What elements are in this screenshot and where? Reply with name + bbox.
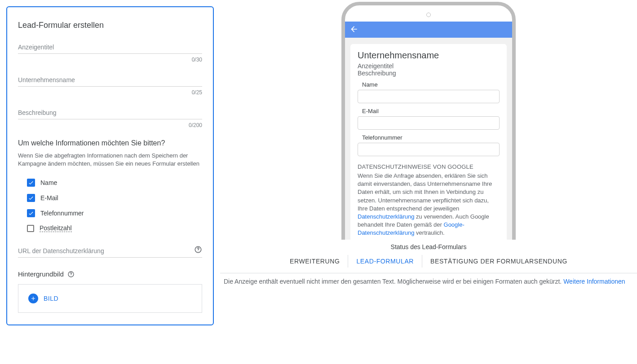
- help-icon[interactable]: [67, 271, 75, 278]
- background-heading: Hintergrundbild: [18, 270, 202, 278]
- unternehmensname-counter: 0/25: [18, 89, 202, 96]
- preview-appbar: [345, 22, 512, 38]
- upload-box: BILD: [18, 284, 202, 313]
- editor-panel: Lead-Formular erstellen 0/30 0/25 0/200: [0, 0, 214, 364]
- anzeigentitel-input[interactable]: [18, 41, 202, 54]
- preview-name-input[interactable]: [358, 90, 500, 103]
- upload-image-button[interactable]: BILD: [28, 294, 58, 303]
- checkbox-unchecked-icon: [27, 225, 34, 232]
- privacy-title: DATENSCHUTZHINWEISE VON GOOGLE: [358, 163, 500, 170]
- preview-form-card: Unternehmensname Anzeigentitel Beschreib…: [350, 44, 507, 240]
- preview-field-label: Telefonnummer: [362, 134, 500, 141]
- beschreibung-counter: 0/200: [18, 122, 202, 128]
- preview-field-label: Name: [362, 81, 500, 88]
- field-beschreibung: 0/200: [18, 106, 202, 128]
- field-unternehmensname: 0/25: [18, 74, 202, 96]
- privacy-link[interactable]: Datenschutzerklärung: [358, 213, 414, 220]
- check-label: Telefonnummer: [40, 210, 84, 217]
- phone-speaker-icon: [426, 13, 431, 17]
- info-subtext: Wenn Sie die abgefragten Informationen n…: [18, 152, 202, 168]
- tab-erweiterung[interactable]: ERWEITERUNG: [282, 255, 348, 268]
- status-tabs: ERWEITERUNG LEAD-FORMULAR BESTÄTIGUNG DE…: [220, 255, 637, 268]
- preview-beschreibung: Beschreibung: [358, 70, 500, 77]
- checkbox-checked-icon: [27, 209, 35, 217]
- field-anzeigentitel: 0/30: [18, 41, 202, 63]
- check-label: Postleitzahl: [40, 224, 72, 232]
- footnote: Die Anzeige enthält eventuell nicht imme…: [220, 273, 637, 285]
- checkbox-checked-icon: [27, 179, 35, 187]
- check-label: Name: [40, 179, 57, 186]
- preview-email-input[interactable]: [358, 116, 500, 130]
- check-zip[interactable]: Postleitzahl: [27, 221, 202, 236]
- check-name[interactable]: Name: [27, 175, 202, 190]
- anzeigentitel-counter: 0/30: [18, 57, 202, 63]
- more-info-link[interactable]: Weitere Informationen: [563, 278, 625, 285]
- info-checklist: Name E-Mail Telefonnummer Postleitzahl: [18, 175, 202, 236]
- status-label: Status des Lead-Formulars: [220, 243, 637, 250]
- info-heading: Um welche Informationen möchten Sie bitt…: [18, 139, 202, 147]
- tab-lead-formular[interactable]: LEAD-FORMULAR: [348, 255, 422, 268]
- tab-bestaetigung[interactable]: BESTÄTIGUNG DER FORMULARSENDUNG: [422, 255, 575, 268]
- preview-phone-input[interactable]: [358, 143, 500, 156]
- svg-point-3: [71, 276, 71, 276]
- check-label: E-Mail: [40, 194, 58, 202]
- phone-preview: Unternehmensname Anzeigentitel Beschreib…: [341, 2, 516, 240]
- check-email[interactable]: E-Mail: [27, 190, 202, 206]
- field-privacy-url: [18, 245, 202, 258]
- check-phone[interactable]: Telefonnummer: [27, 206, 202, 221]
- privacy-body: Wenn Sie die Anfrage absenden, erklären …: [358, 172, 500, 237]
- back-arrow-icon[interactable]: [349, 25, 358, 35]
- lead-form-card: Lead-Formular erstellen 0/30 0/25 0/200: [6, 6, 214, 325]
- preview-field-label: E-Mail: [362, 108, 500, 114]
- privacy-url-input[interactable]: [18, 245, 202, 258]
- checkbox-checked-icon: [27, 194, 35, 202]
- preview-company: Unternehmensname: [358, 50, 500, 61]
- beschreibung-input[interactable]: [18, 106, 202, 119]
- plus-circle-icon: [28, 294, 38, 303]
- card-title: Lead-Formular erstellen: [18, 21, 202, 30]
- preview-anzeigentitel: Anzeigentitel: [358, 62, 500, 70]
- unternehmensname-input[interactable]: [18, 74, 202, 87]
- svg-point-1: [198, 251, 198, 252]
- preview-panel: Unternehmensname Anzeigentitel Beschreib…: [214, 0, 637, 364]
- help-icon[interactable]: [194, 246, 202, 254]
